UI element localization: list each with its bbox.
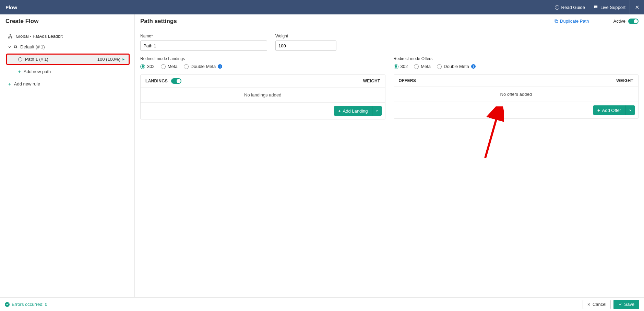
sidebar-title: Create Flow [5,18,38,25]
main: Path settings Duplicate Path Active Name… [135,14,644,311]
add-offer-label: Add Offer [602,108,621,113]
radio-double-meta-label: Double Meta [191,64,216,69]
gear-icon [13,45,17,49]
live-support-label: Live Support [600,5,625,10]
landings-toggle[interactable] [171,78,181,84]
weight-label: Weight [275,34,336,38]
radio-meta-offers-label: Meta [421,64,431,69]
radio-meta-label: Meta [168,64,178,69]
check-icon [618,302,622,306]
landings-panel: LANDINGS WEIGHT No landings added + Add … [140,74,385,119]
radio-double-meta[interactable]: Double Metai [184,64,223,69]
radio-double-meta-offers-label: Double Meta [444,64,469,69]
radio-302-label: 302 [147,64,155,69]
add-rule-label: Add new rule [14,81,40,87]
copy-icon [554,19,559,23]
save-label: Save [624,302,634,307]
offers-weight-header: WEIGHT [616,78,633,83]
offers-column: Redirect mode Offers 302 Meta Double Met… [394,56,639,119]
radio-302[interactable]: 302 [140,64,155,69]
sidebar-item-global[interactable]: Global - FatAds Leadbit [0,31,134,42]
topbar-actions: i Read Guide Live Support [551,0,644,14]
offers-title: OFFERS [399,78,416,83]
svg-rect-3 [556,20,558,23]
plus-icon: + [338,108,341,114]
svg-rect-0 [10,34,11,35]
plus-icon: + [18,69,21,74]
info-icon[interactable]: i [471,64,476,69]
read-guide-label: Read Guide [561,5,585,10]
radio-302-offers-label: 302 [401,64,408,69]
plus-icon: + [597,108,600,113]
close-icon [635,5,640,10]
redirect-landings-label: Redirect mode Landings [140,56,385,61]
cancel-button[interactable]: Cancel [583,300,611,309]
active-toggle[interactable] [628,19,639,24]
footer: Errors occurred: 0 Cancel Save [0,297,644,311]
weight-field: Weight [275,34,336,51]
add-path-label: Add new path [24,69,51,74]
sidebar: Create Flow Global - FatAds Leadbit Defa… [0,14,135,311]
add-landing-dropdown[interactable] [372,106,382,116]
topbar-title: Flow [5,4,551,10]
play-icon [122,58,125,61]
sidebar-item-default[interactable]: Default (# 1) [0,42,134,52]
radio-double-meta-offers[interactable]: Double Metai [437,64,476,69]
close-button[interactable] [630,0,644,14]
chat-icon [593,5,598,10]
sidebar-header: Create Flow [0,14,134,28]
landings-column: Redirect mode Landings 302 Meta Double M… [140,56,385,119]
svg-rect-2 [11,37,12,38]
duplicate-label: Duplicate Path [560,19,589,24]
read-guide-link[interactable]: i Read Guide [551,0,589,14]
offers-empty: No offers added [394,87,639,102]
info-icon: i [555,5,559,10]
sidebar-path-item[interactable]: Path 1 (# 1) 100 (100%) [6,54,130,65]
add-path-button[interactable]: + Add new path [0,66,134,77]
landings-title: LANDINGS [145,79,168,83]
name-field: Name* [140,34,267,51]
weight-input[interactable] [275,41,336,51]
add-offer-button[interactable]: + Add Offer [593,105,625,115]
radio-meta[interactable]: Meta [161,64,178,69]
cancel-label: Cancel [593,302,606,307]
add-landing-label: Add Landing [343,108,368,114]
chevron-down-icon [8,45,12,49]
check-icon [5,302,10,307]
add-landing-button[interactable]: + Add Landing [334,106,372,116]
main-title: Path settings [140,18,549,25]
active-toggle-wrap: Active [594,19,639,24]
landings-empty: No landings added [141,88,385,103]
save-button[interactable]: Save [613,300,639,309]
live-support-link[interactable]: Live Support [589,0,630,14]
redirect-offers-radios: 302 Meta Double Metai [394,64,639,69]
radio-meta-offers[interactable]: Meta [414,64,431,69]
errors-label: Errors occurred: 0 [12,302,47,307]
active-label: Active [613,19,625,24]
default-label: Default (# 1) [20,44,45,49]
svg-rect-1 [8,37,10,38]
redirect-offers-label: Redirect mode Offers [394,56,639,61]
plus-icon: + [8,81,11,87]
global-label: Global - FatAds Leadbit [16,34,63,39]
name-label: Name* [140,34,267,38]
topbar: Flow i Read Guide Live Support [0,0,644,14]
path-item-weight: 100 (100%) [97,57,120,62]
radio-302-offers[interactable]: 302 [394,64,408,69]
sitemap-icon [8,34,13,39]
landings-weight-header: WEIGHT [363,79,380,83]
close-icon [587,303,591,306]
errors-status[interactable]: Errors occurred: 0 [5,302,583,307]
add-rule-button[interactable]: + Add new rule [0,79,134,89]
radio-empty-icon [18,57,22,61]
main-header: Path settings Duplicate Path Active [135,14,644,28]
add-offer-dropdown[interactable] [625,105,635,115]
path-item-label: Path 1 (# 1) [25,57,97,62]
offers-panel: OFFERS WEIGHT No offers added + Add Offe… [394,74,639,119]
redirect-landings-radios: 302 Meta Double Metai [140,64,385,69]
info-icon[interactable]: i [218,64,222,69]
duplicate-path-button[interactable]: Duplicate Path [549,14,594,28]
name-input[interactable] [140,41,267,51]
chevron-down-icon [375,109,379,113]
chevron-down-icon [629,108,632,112]
